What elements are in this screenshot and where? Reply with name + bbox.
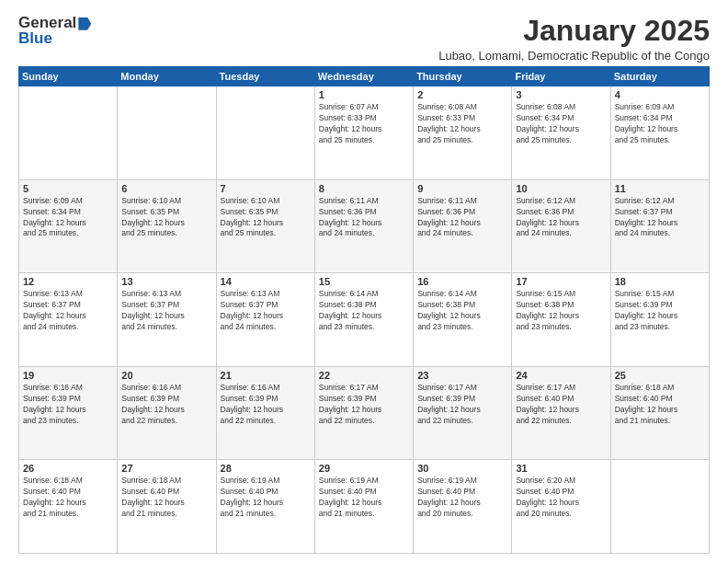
day-info: Sunrise: 6:19 AMSunset: 6:40 PMDaylight:… bbox=[319, 476, 409, 520]
logo-blue: Blue bbox=[18, 29, 52, 47]
day-info: Sunrise: 6:09 AMSunset: 6:34 PMDaylight:… bbox=[615, 102, 705, 146]
page: General Blue January 2025 Lubao, Lomami,… bbox=[0, 0, 728, 563]
calendar-cell-4-4: 22Sunrise: 6:17 AMSunset: 6:39 PMDayligh… bbox=[314, 366, 413, 460]
calendar-cell-1-1 bbox=[19, 86, 118, 180]
calendar-cell-3-4: 15Sunrise: 6:14 AMSunset: 6:38 PMDayligh… bbox=[314, 273, 413, 367]
day-info: Sunrise: 6:08 AMSunset: 6:33 PMDaylight:… bbox=[417, 102, 507, 146]
title-block: January 2025 Lubao, Lomami, Democratic R… bbox=[438, 15, 710, 63]
calendar-header-friday: Friday bbox=[512, 67, 610, 86]
calendar-cell-1-3 bbox=[216, 86, 314, 180]
day-info: Sunrise: 6:14 AMSunset: 6:38 PMDaylight:… bbox=[319, 289, 409, 333]
calendar-cell-5-2: 27Sunrise: 6:18 AMSunset: 6:40 PMDayligh… bbox=[118, 460, 216, 554]
day-number: 19 bbox=[23, 370, 113, 381]
day-info: Sunrise: 6:16 AMSunset: 6:39 PMDaylight:… bbox=[121, 383, 211, 427]
logo-blue-text: Blue bbox=[18, 30, 91, 46]
day-info: Sunrise: 6:18 AMSunset: 6:40 PMDaylight:… bbox=[121, 476, 211, 520]
day-number: 17 bbox=[516, 276, 606, 287]
day-info: Sunrise: 6:12 AMSunset: 6:36 PMDaylight:… bbox=[516, 196, 606, 240]
day-number: 8 bbox=[319, 183, 409, 194]
calendar-week-4: 19Sunrise: 6:16 AMSunset: 6:39 PMDayligh… bbox=[19, 366, 710, 460]
calendar-cell-2-7: 11Sunrise: 6:12 AMSunset: 6:37 PMDayligh… bbox=[610, 179, 709, 273]
day-number: 14 bbox=[221, 276, 311, 287]
day-number: 18 bbox=[615, 276, 705, 287]
day-number: 22 bbox=[319, 370, 409, 381]
calendar-cell-1-5: 2Sunrise: 6:08 AMSunset: 6:33 PMDaylight… bbox=[414, 86, 512, 180]
day-info: Sunrise: 6:20 AMSunset: 6:40 PMDaylight:… bbox=[516, 476, 606, 520]
day-info: Sunrise: 6:08 AMSunset: 6:34 PMDaylight:… bbox=[516, 102, 606, 146]
day-number: 15 bbox=[319, 276, 409, 287]
main-title: January 2025 bbox=[438, 15, 710, 47]
day-info: Sunrise: 6:10 AMSunset: 6:35 PMDaylight:… bbox=[221, 196, 311, 240]
subtitle: Lubao, Lomami, Democratic Republic of th… bbox=[438, 49, 710, 63]
day-number: 28 bbox=[221, 463, 311, 474]
calendar-cell-4-5: 23Sunrise: 6:17 AMSunset: 6:39 PMDayligh… bbox=[414, 366, 512, 460]
calendar-cell-3-1: 12Sunrise: 6:13 AMSunset: 6:37 PMDayligh… bbox=[19, 273, 118, 367]
calendar-header-thursday: Thursday bbox=[414, 67, 512, 86]
day-info: Sunrise: 6:19 AMSunset: 6:40 PMDaylight:… bbox=[221, 476, 311, 520]
day-number: 31 bbox=[516, 463, 606, 474]
day-info: Sunrise: 6:15 AMSunset: 6:39 PMDaylight:… bbox=[615, 289, 705, 333]
day-info: Sunrise: 6:13 AMSunset: 6:37 PMDaylight:… bbox=[23, 289, 113, 333]
calendar-cell-2-6: 10Sunrise: 6:12 AMSunset: 6:36 PMDayligh… bbox=[512, 179, 610, 273]
calendar-cell-2-4: 8Sunrise: 6:11 AMSunset: 6:36 PMDaylight… bbox=[314, 179, 413, 273]
calendar-cell-3-6: 17Sunrise: 6:15 AMSunset: 6:38 PMDayligh… bbox=[512, 273, 610, 367]
day-info: Sunrise: 6:19 AMSunset: 6:40 PMDaylight:… bbox=[417, 476, 507, 520]
day-number: 2 bbox=[417, 89, 507, 100]
day-number: 9 bbox=[417, 183, 507, 194]
day-number: 25 bbox=[615, 370, 705, 381]
calendar-cell-2-5: 9Sunrise: 6:11 AMSunset: 6:36 PMDaylight… bbox=[414, 179, 512, 273]
day-info: Sunrise: 6:09 AMSunset: 6:34 PMDaylight:… bbox=[23, 196, 113, 240]
calendar-cell-5-4: 29Sunrise: 6:19 AMSunset: 6:40 PMDayligh… bbox=[314, 460, 413, 554]
calendar-cell-4-6: 24Sunrise: 6:17 AMSunset: 6:40 PMDayligh… bbox=[512, 366, 610, 460]
day-info: Sunrise: 6:18 AMSunset: 6:40 PMDaylight:… bbox=[23, 476, 113, 520]
day-number: 4 bbox=[615, 89, 705, 100]
day-number: 16 bbox=[417, 276, 507, 287]
day-number: 13 bbox=[121, 276, 211, 287]
calendar-cell-4-1: 19Sunrise: 6:16 AMSunset: 6:39 PMDayligh… bbox=[19, 366, 118, 460]
logo-text: General bbox=[18, 15, 91, 30]
day-number: 29 bbox=[319, 463, 409, 474]
calendar-cell-1-4: 1Sunrise: 6:07 AMSunset: 6:33 PMDaylight… bbox=[314, 86, 413, 180]
day-number: 27 bbox=[121, 463, 211, 474]
logo-icon bbox=[78, 17, 91, 30]
day-info: Sunrise: 6:11 AMSunset: 6:36 PMDaylight:… bbox=[417, 196, 507, 240]
calendar-cell-2-3: 7Sunrise: 6:10 AMSunset: 6:35 PMDaylight… bbox=[216, 179, 314, 273]
calendar-cell-3-2: 13Sunrise: 6:13 AMSunset: 6:37 PMDayligh… bbox=[118, 273, 216, 367]
day-info: Sunrise: 6:07 AMSunset: 6:33 PMDaylight:… bbox=[319, 102, 409, 146]
calendar-cell-1-6: 3Sunrise: 6:08 AMSunset: 6:34 PMDaylight… bbox=[512, 86, 610, 180]
day-number: 26 bbox=[23, 463, 113, 474]
day-info: Sunrise: 6:14 AMSunset: 6:38 PMDaylight:… bbox=[417, 289, 507, 333]
logo: General Blue bbox=[18, 15, 91, 46]
day-info: Sunrise: 6:13 AMSunset: 6:37 PMDaylight:… bbox=[221, 289, 311, 333]
day-number: 30 bbox=[417, 463, 507, 474]
day-number: 6 bbox=[121, 183, 211, 194]
day-info: Sunrise: 6:10 AMSunset: 6:35 PMDaylight:… bbox=[121, 196, 211, 240]
header: General Blue January 2025 Lubao, Lomami,… bbox=[18, 15, 710, 63]
day-info: Sunrise: 6:16 AMSunset: 6:39 PMDaylight:… bbox=[221, 383, 311, 427]
calendar-header-tuesday: Tuesday bbox=[216, 67, 314, 86]
day-number: 11 bbox=[615, 183, 705, 194]
day-number: 20 bbox=[121, 370, 211, 381]
day-number: 7 bbox=[221, 183, 311, 194]
day-number: 3 bbox=[516, 89, 606, 100]
calendar-cell-5-3: 28Sunrise: 6:19 AMSunset: 6:40 PMDayligh… bbox=[216, 460, 314, 554]
day-number: 12 bbox=[23, 276, 113, 287]
day-info: Sunrise: 6:17 AMSunset: 6:40 PMDaylight:… bbox=[516, 383, 606, 427]
calendar-week-2: 5Sunrise: 6:09 AMSunset: 6:34 PMDaylight… bbox=[19, 179, 710, 273]
day-number: 21 bbox=[221, 370, 311, 381]
calendar-week-1: 1Sunrise: 6:07 AMSunset: 6:33 PMDaylight… bbox=[19, 86, 710, 180]
calendar-week-3: 12Sunrise: 6:13 AMSunset: 6:37 PMDayligh… bbox=[19, 273, 710, 367]
calendar-header-monday: Monday bbox=[118, 67, 216, 86]
day-info: Sunrise: 6:17 AMSunset: 6:39 PMDaylight:… bbox=[319, 383, 409, 427]
calendar-cell-5-6: 31Sunrise: 6:20 AMSunset: 6:40 PMDayligh… bbox=[512, 460, 610, 554]
calendar-cell-2-1: 5Sunrise: 6:09 AMSunset: 6:34 PMDaylight… bbox=[19, 179, 118, 273]
calendar-cell-4-3: 21Sunrise: 6:16 AMSunset: 6:39 PMDayligh… bbox=[216, 366, 314, 460]
day-info: Sunrise: 6:17 AMSunset: 6:39 PMDaylight:… bbox=[417, 383, 507, 427]
day-info: Sunrise: 6:18 AMSunset: 6:40 PMDaylight:… bbox=[615, 383, 705, 427]
day-info: Sunrise: 6:12 AMSunset: 6:37 PMDaylight:… bbox=[615, 196, 705, 240]
day-number: 1 bbox=[319, 89, 409, 100]
day-number: 5 bbox=[23, 183, 113, 194]
calendar-header-saturday: Saturday bbox=[610, 67, 709, 86]
calendar-cell-4-2: 20Sunrise: 6:16 AMSunset: 6:39 PMDayligh… bbox=[118, 366, 216, 460]
calendar-cell-5-7 bbox=[610, 460, 709, 554]
